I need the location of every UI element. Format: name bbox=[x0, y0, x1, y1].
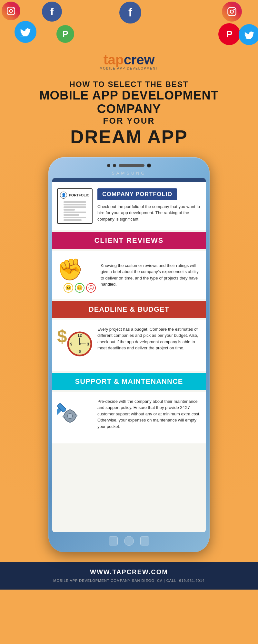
phone-brand-label: SAMSUNG bbox=[52, 171, 206, 175]
footer-subtitle: MOBILE APP DEVELOPMENT COMPANY SAN DIEGO… bbox=[53, 579, 204, 582]
deadline-description: Every project has a budget. Compare the … bbox=[97, 326, 201, 351]
svg-point-1 bbox=[9, 9, 12, 12]
smiley-neutral: 😐 bbox=[64, 283, 73, 293]
phone-btn-apps bbox=[140, 536, 149, 545]
phone-screen: 👤 PORTFOLIO bbox=[52, 178, 206, 532]
instagram-icon-tr bbox=[222, 2, 242, 22]
svg-point-2 bbox=[13, 8, 14, 9]
footer-url: WWW.TAPCREW.COM bbox=[6, 568, 252, 576]
reviews-banner-text: CLIENT REVIEWS bbox=[94, 236, 164, 244]
facebook-icon-t2: f bbox=[42, 2, 62, 22]
pinterest-icon-green: P bbox=[56, 25, 74, 43]
headline-line3: FOR YOUR bbox=[13, 116, 245, 126]
phone-speaker bbox=[119, 164, 144, 167]
bottom-spacer bbox=[52, 443, 206, 456]
svg-text:9: 9 bbox=[70, 342, 73, 346]
phone-body: SAMSUNG 👤 PORTFOLIO bbox=[48, 157, 210, 552]
svg-text:12: 12 bbox=[77, 333, 82, 338]
svg-point-5 bbox=[233, 9, 235, 10]
phone-btn-back bbox=[109, 536, 118, 545]
portfolio-line bbox=[64, 204, 86, 205]
smiley-sad: ☹ bbox=[86, 283, 96, 293]
section-reviews: ✊ 😐 😊 ☹ Knowing the customer reviews and… bbox=[52, 251, 206, 299]
reviews-banner: CLIENT REVIEWS bbox=[52, 232, 206, 249]
portfolio-line bbox=[64, 212, 86, 213]
headline-line2: MOBILE APP DEVELOPMENT COMPANY bbox=[13, 89, 245, 116]
portfolio-line bbox=[64, 209, 75, 211]
portfolio-title-text: COMPANY PORTFOLIO bbox=[102, 191, 172, 197]
portfolio-description: Check out the portfolio of the company t… bbox=[97, 204, 201, 223]
deadline-banner: DEADLINE & BUDGET bbox=[52, 301, 206, 318]
portfolio-lines bbox=[64, 200, 86, 222]
support-banner-text: SUPPORT & MAINTENANNCE bbox=[75, 377, 183, 385]
twitter-icon-l bbox=[15, 21, 36, 43]
svg-rect-3 bbox=[228, 8, 236, 16]
screen-header-bar bbox=[52, 178, 206, 182]
phone-front-cam bbox=[147, 164, 151, 167]
portfolio-line bbox=[64, 201, 86, 203]
portfolio-line bbox=[64, 219, 82, 221]
headline-line4: DREAM APP bbox=[13, 126, 245, 147]
reviews-icon-area: ✊ 😐 😊 ☹ bbox=[57, 257, 96, 293]
deadline-icon-area: $ 12 3 6 9 bbox=[57, 326, 93, 365]
portfolio-line bbox=[64, 206, 86, 208]
smiley-happy: 😊 bbox=[75, 283, 84, 293]
portfolio-content: COMPANY PORTFOLIO Check out the portfoli… bbox=[97, 188, 201, 223]
pinterest-icon-r: P bbox=[218, 23, 240, 45]
social-icons-top: f f P P bbox=[0, 0, 258, 52]
support-icon-area bbox=[57, 398, 93, 437]
svg-text:6: 6 bbox=[79, 349, 81, 354]
support-banner: SUPPORT & MAINTENANNCE bbox=[52, 373, 206, 390]
portfolio-line bbox=[64, 217, 86, 218]
footer: WWW.TAPCREW.COM MOBILE APP DEVELOPMENT C… bbox=[0, 562, 258, 590]
phone-mockup: SAMSUNG 👤 PORTFOLIO bbox=[0, 151, 258, 552]
headline-line1: HOW TO SELECT THE BEST bbox=[13, 80, 245, 89]
svg-point-4 bbox=[230, 10, 233, 13]
dollar-icon: $ bbox=[57, 326, 67, 347]
svg-point-16 bbox=[67, 413, 73, 419]
fist-emoji: ✊ bbox=[57, 257, 83, 282]
phone-top-bar bbox=[52, 164, 206, 167]
phone-btn-home bbox=[124, 536, 134, 546]
portfolio-title-box: COMPANY PORTFOLIO bbox=[97, 188, 177, 200]
logo-area: tapcrew Mobile App Development bbox=[0, 52, 258, 73]
deadline-banner-text: DEADLINE & BUDGET bbox=[89, 305, 169, 313]
section-support: Pre-decide with the company about their … bbox=[52, 392, 206, 443]
portfolio-label: PORTFOLIO bbox=[69, 193, 89, 197]
twitter-icon-r bbox=[239, 24, 258, 45]
svg-point-13 bbox=[79, 343, 81, 345]
portfolio-person: 👤 bbox=[60, 192, 67, 199]
main-headline: HOW TO SELECT THE BEST MOBILE APP DEVELO… bbox=[0, 73, 258, 151]
phone-camera-dot2 bbox=[113, 164, 116, 167]
support-tools-icon bbox=[57, 398, 93, 434]
facebook-icon-tc: f bbox=[119, 2, 141, 24]
instagram-icon-tl bbox=[2, 2, 20, 20]
svg-rect-18 bbox=[69, 421, 71, 423]
clock-icon: 12 3 6 9 bbox=[67, 331, 93, 358]
portfolio-icon: 👤 PORTFOLIO bbox=[57, 188, 93, 224]
section-deadline: $ 12 3 6 9 bbox=[52, 320, 206, 371]
svg-rect-0 bbox=[7, 7, 15, 14]
brand-tagline: Mobile App Development bbox=[100, 67, 158, 70]
section-portfolio: 👤 PORTFOLIO bbox=[52, 182, 206, 230]
phone-bottom-bar bbox=[52, 536, 206, 546]
phone-camera-dot1 bbox=[107, 164, 110, 167]
svg-text:3: 3 bbox=[87, 342, 89, 346]
svg-rect-17 bbox=[69, 409, 71, 412]
reviews-description: Knowing the customer reviews and their r… bbox=[101, 262, 201, 288]
brand-logo: tapcrew bbox=[104, 53, 155, 67]
support-description: Pre-decide with the company about their … bbox=[97, 398, 201, 430]
smiley-faces: 😐 😊 ☹ bbox=[64, 283, 96, 293]
portfolio-line bbox=[64, 214, 79, 216]
